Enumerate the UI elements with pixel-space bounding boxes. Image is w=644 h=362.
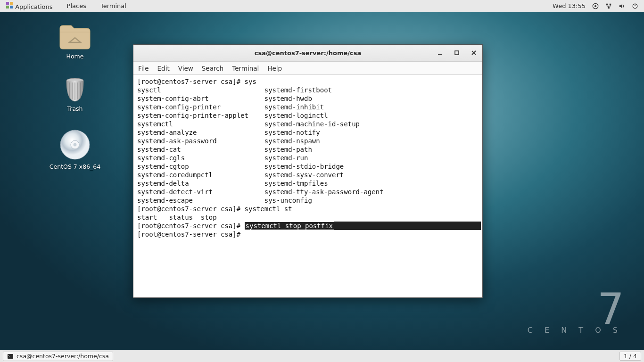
disc-label: CentOS 7 x86_64 <box>50 163 100 170</box>
workspace-indicator[interactable]: 1 / 4 <box>619 352 641 361</box>
terminal-menubar: File Edit View Search Terminal Help <box>133 62 482 75</box>
window-title: csa@centos7-server:/home/csa <box>133 49 482 57</box>
svg-rect-1 <box>10 2 13 5</box>
svg-point-14 <box>74 143 77 147</box>
terminal-task-icon <box>7 353 14 360</box>
svg-rect-3 <box>10 6 13 8</box>
terminal-window[interactable]: csa@centos7-server:/home/csa File Edit V… <box>133 44 483 298</box>
svg-rect-17 <box>8 354 13 359</box>
home-label: Home <box>66 53 84 60</box>
menu-view[interactable]: View <box>178 65 193 72</box>
maximize-button[interactable] <box>451 48 462 58</box>
volume-icon[interactable] <box>619 3 625 9</box>
centos-logo: 7 C E N T O S <box>528 294 622 335</box>
close-button[interactable] <box>468 48 479 58</box>
accessibility-icon[interactable] <box>592 3 599 9</box>
svg-rect-8 <box>608 7 610 8</box>
menu-terminal[interactable]: Terminal <box>232 65 259 72</box>
menu-file[interactable]: File <box>138 65 149 72</box>
centos-mini-icon <box>6 1 13 9</box>
home-desktop-icon[interactable]: Home <box>35 24 115 60</box>
window-titlebar[interactable]: csa@centos7-server:/home/csa <box>133 45 482 62</box>
disc-icon <box>59 129 91 160</box>
minimize-button[interactable] <box>434 48 446 58</box>
svg-rect-7 <box>610 3 611 5</box>
trash-label: Trash <box>67 105 83 112</box>
terminal-menu[interactable]: Terminal <box>98 1 129 10</box>
taskbar-terminal-label: csa@centos7-server:/home/csa <box>17 353 109 360</box>
svg-rect-2 <box>6 6 9 8</box>
menu-edit[interactable]: Edit <box>157 65 170 72</box>
power-icon[interactable] <box>632 3 638 9</box>
disc-desktop-icon[interactable]: CentOS 7 x86_64 <box>35 129 115 170</box>
trash-desktop-icon[interactable]: Trash <box>35 77 115 112</box>
centos-seven: 7 <box>528 294 622 324</box>
centos-word: C E N T O S <box>528 326 622 335</box>
trash-icon <box>64 77 86 102</box>
applications-menu[interactable]: Applications <box>3 0 56 11</box>
taskbar-terminal-button[interactable]: csa@centos7-server:/home/csa <box>3 352 113 361</box>
clock[interactable]: Wed 13:55 <box>553 2 586 9</box>
top-panel: Applications Places Terminal Wed 13:55 <box>0 0 644 12</box>
network-icon[interactable] <box>605 3 612 9</box>
svg-rect-6 <box>606 3 608 5</box>
bottom-panel: csa@centos7-server:/home/csa 1 / 4 <box>0 350 644 362</box>
desktop-icons: Home Trash CentOS 7 x86_64 <box>35 24 115 187</box>
places-menu[interactable]: Places <box>64 1 89 10</box>
applications-label: Applications <box>15 3 52 10</box>
svg-rect-0 <box>6 2 9 5</box>
menu-help[interactable]: Help <box>267 65 282 72</box>
terminal-output[interactable]: [root@centos7-server csa]# sys sysctl sy… <box>133 75 482 297</box>
folder-home-icon <box>59 24 91 50</box>
svg-rect-16 <box>455 51 459 55</box>
menu-search[interactable]: Search <box>202 65 223 72</box>
svg-point-5 <box>594 5 596 7</box>
